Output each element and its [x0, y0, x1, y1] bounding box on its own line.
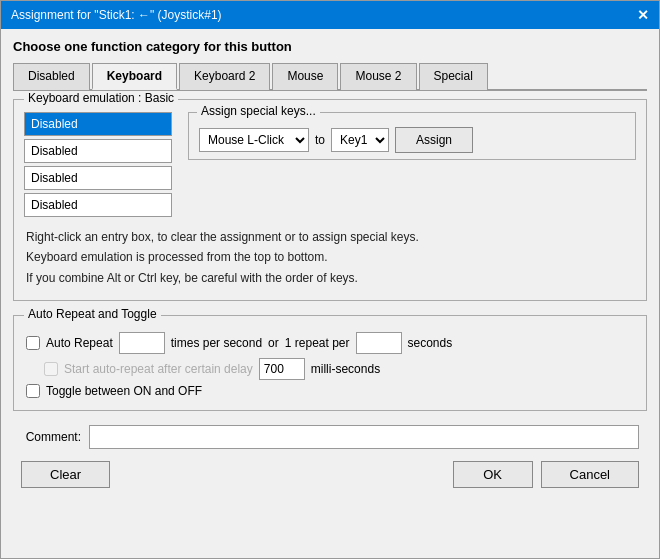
info-line-1: Right-click an entry box, to clear the a… — [26, 227, 634, 247]
tab-mouse[interactable]: Mouse — [272, 63, 338, 90]
clear-button[interactable]: Clear — [21, 461, 110, 488]
page-heading: Choose one function category for this bu… — [13, 39, 647, 54]
assign-button[interactable]: Assign — [395, 127, 473, 153]
delay-input[interactable] — [259, 358, 305, 380]
comment-input[interactable] — [89, 425, 639, 449]
tab-mouse2[interactable]: Mouse 2 — [340, 63, 416, 90]
close-button[interactable]: ✕ — [637, 7, 649, 23]
key-entry-list: Disabled Disabled Disabled Disabled — [24, 112, 172, 217]
auto-repeat-checkbox[interactable] — [26, 336, 40, 350]
to-label: to — [315, 133, 325, 147]
info-line-3: If you combine Alt or Ctrl key, be caref… — [26, 268, 634, 288]
comment-row: Comment: — [13, 425, 647, 449]
tab-bar: Disabled Keyboard Keyboard 2 Mouse Mouse… — [13, 62, 647, 91]
start-delay-checkbox[interactable] — [44, 362, 58, 376]
toggle-checkbox[interactable] — [26, 384, 40, 398]
times-per-second-input[interactable] — [119, 332, 165, 354]
seconds-input[interactable] — [356, 332, 402, 354]
special-key-dropdown1[interactable]: Mouse L-Click Mouse R-Click Mouse M-Clic… — [199, 128, 309, 152]
key-entry-2[interactable]: Disabled — [24, 166, 172, 190]
tab-keyboard[interactable]: Keyboard — [92, 63, 177, 90]
key-entry-0[interactable]: Disabled — [24, 112, 172, 136]
milli-seconds-label: milli-seconds — [311, 362, 380, 376]
repeat-label: 1 repeat per — [285, 336, 350, 350]
seconds-label: seconds — [408, 336, 453, 350]
bottom-buttons: Clear OK Cancel — [13, 461, 647, 488]
info-text-block: Right-click an entry box, to clear the a… — [24, 227, 636, 288]
tab-special[interactable]: Special — [419, 63, 488, 90]
toggle-label: Toggle between ON and OFF — [46, 384, 202, 398]
tab-keyboard2[interactable]: Keyboard 2 — [179, 63, 270, 90]
title-bar: Assignment for "Stick1: ←" (Joystick#1) … — [1, 1, 659, 29]
times-per-second-label: times per second — [171, 336, 262, 350]
start-delay-label: Start auto-repeat after certain delay — [64, 362, 253, 376]
auto-repeat-group-label: Auto Repeat and Toggle — [24, 307, 161, 321]
key-entry-3[interactable]: Disabled — [24, 193, 172, 217]
ok-button[interactable]: OK — [453, 461, 533, 488]
special-key-dropdown2[interactable]: Key1 Key2 Key3 — [331, 128, 389, 152]
or-label: or — [268, 336, 279, 350]
auto-repeat-label: Auto Repeat — [46, 336, 113, 350]
cancel-button[interactable]: Cancel — [541, 461, 639, 488]
assign-special-label: Assign special keys... — [197, 104, 320, 118]
info-line-2: Keyboard emulation is processed from the… — [26, 247, 634, 267]
keyboard-basic-label: Keyboard emulation : Basic — [24, 91, 178, 105]
keyboard-basic-group: Keyboard emulation : Basic Disabled Disa… — [13, 99, 647, 301]
main-window: Assignment for "Stick1: ←" (Joystick#1) … — [0, 0, 660, 559]
comment-label: Comment: — [21, 430, 81, 444]
auto-repeat-group: Auto Repeat and Toggle Auto Repeat times… — [13, 315, 647, 411]
window-title: Assignment for "Stick1: ←" (Joystick#1) — [11, 8, 222, 22]
key-entry-1[interactable]: Disabled — [24, 139, 172, 163]
tab-disabled[interactable]: Disabled — [13, 63, 90, 90]
assign-special-group: Assign special keys... Mouse L-Click Mou… — [188, 112, 636, 160]
